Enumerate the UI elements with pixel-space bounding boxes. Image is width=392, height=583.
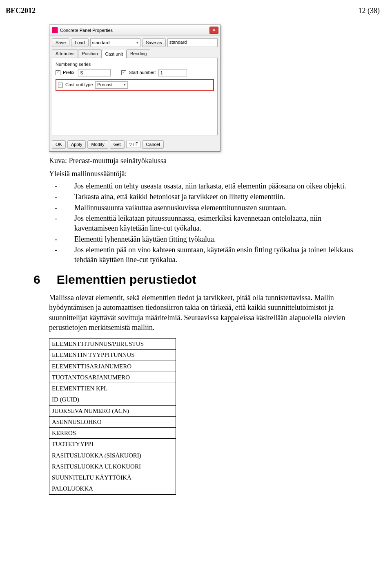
- preset-value: standard: [92, 40, 110, 46]
- apply-button[interactable]: Apply: [67, 140, 86, 149]
- chevron-down-icon: ▾: [124, 82, 126, 87]
- properties-table: ELEMENTTITUNNUS/PIIRUSTUS ELEMENTIN TYYP…: [49, 338, 176, 495]
- ok-button[interactable]: OK: [52, 140, 66, 149]
- close-icon: ✕: [212, 28, 216, 32]
- table-row: ELEMENTTISARJANUMERO: [49, 361, 176, 372]
- castunit-type-value: Precast: [97, 82, 112, 88]
- filter-toggle[interactable]: ▽ / Γ: [126, 141, 141, 148]
- saveas-button[interactable]: Save as: [142, 38, 166, 47]
- table-row: ASENNUSLOHKO: [49, 416, 176, 427]
- list-item: Jos elementti on tehty useasta osasta, n…: [65, 181, 355, 191]
- tab-bending[interactable]: Bending: [127, 49, 150, 58]
- table-row: PALOLUOKKA: [49, 483, 176, 494]
- prefix-input[interactable]: S: [78, 69, 111, 76]
- dialog-title: Concrete Panel Properties: [60, 27, 113, 34]
- prefix-label: Prefix:: [63, 70, 76, 76]
- close-button[interactable]: ✕: [209, 27, 218, 34]
- tab-position[interactable]: Position: [78, 49, 101, 58]
- startnum-input[interactable]: 1: [158, 69, 187, 76]
- table-row: ELEMENTTIEN KPL: [49, 383, 176, 394]
- section-number: 6: [33, 271, 40, 288]
- tab-panel-cast-unit: Numbering series ✓ Prefix: S ✓ Start num…: [52, 58, 218, 135]
- doc-header-left: BEC2012: [6, 6, 36, 16]
- modify-button[interactable]: Modify: [87, 140, 108, 149]
- app-icon: [52, 27, 58, 33]
- figure-caption: Kuva: Precast-muuttuja seinätyökalussa: [49, 156, 355, 166]
- get-button[interactable]: Get: [110, 140, 125, 149]
- table-row: TUOTANTOSARJANUMERO: [49, 372, 176, 383]
- save-button[interactable]: Save: [52, 38, 69, 47]
- table-row: ID (GUID): [49, 394, 176, 405]
- cancel-button[interactable]: Cancel: [142, 140, 163, 149]
- saveas-input[interactable]: standard: [167, 38, 218, 47]
- table-row: SUUNNITELTU KÄYTTÖIKÄ: [49, 472, 176, 483]
- numbering-series-label: Numbering series: [56, 61, 214, 67]
- list-heading: Yleisiä mallinnussääntöjä:: [49, 169, 355, 179]
- table-row: TUOTETYYPPI: [49, 439, 176, 450]
- table-row: ELEMENTIN TYYPPITUNNUS: [49, 350, 176, 361]
- startnum-label: Start number:: [129, 70, 156, 76]
- startnum-checkbox[interactable]: ✓: [121, 70, 126, 75]
- tab-attributes[interactable]: Attributes: [52, 49, 78, 58]
- highlight-box: ✓ Cast unit type Precast ▾: [56, 79, 214, 91]
- tab-cast-unit[interactable]: Cast unit: [102, 50, 127, 58]
- dialog-titlebar: Concrete Panel Properties ✕: [49, 25, 220, 36]
- table-row: JUOKSEVA NUMERO (ACN): [49, 405, 176, 416]
- castunit-checkbox[interactable]: ✓: [58, 83, 63, 87]
- section-paragraph: Mallissa olevat elementit, sekä elementt…: [49, 293, 355, 332]
- table-row: ELEMENTTITUNNUS/PIIRUSTUS: [49, 339, 176, 350]
- list-item: Elementti lyhennetään käyttäen fitting t…: [65, 234, 355, 244]
- castunit-type-label: Cast unit type: [65, 82, 93, 88]
- list-item: Jos elementin pää on vino kahteen suunta…: [65, 245, 355, 265]
- chevron-down-icon: ▾: [136, 40, 138, 45]
- list-item: Tarkasta aina, että kaikki betoniosat ja…: [65, 192, 355, 202]
- list-item: Mallinnussuunta vaikuttaa asennuskuvissa…: [65, 203, 355, 213]
- castunit-type-select[interactable]: Precast ▾: [95, 81, 128, 89]
- prefix-checkbox[interactable]: ✓: [56, 70, 60, 75]
- table-row: KERROS: [49, 428, 176, 439]
- doc-header-right: 12 (38): [359, 6, 380, 16]
- rules-list: Jos elementti on tehty useasta osasta, n…: [49, 181, 355, 265]
- table-row: RASITUSLUOKKA (SISÄKUORI): [49, 450, 176, 461]
- preset-select[interactable]: standard ▾: [90, 38, 140, 47]
- list-item: Jos elementtiä leikataan pituussuunnassa…: [65, 213, 355, 233]
- dialog-concrete-panel-properties: Concrete Panel Properties ✕ Save Load st…: [49, 25, 220, 152]
- section-title: Elementtien perustiedot: [57, 271, 196, 288]
- load-button[interactable]: Load: [71, 38, 88, 47]
- table-row: RASITUSLUOKKA ULKOKUORI: [49, 461, 176, 472]
